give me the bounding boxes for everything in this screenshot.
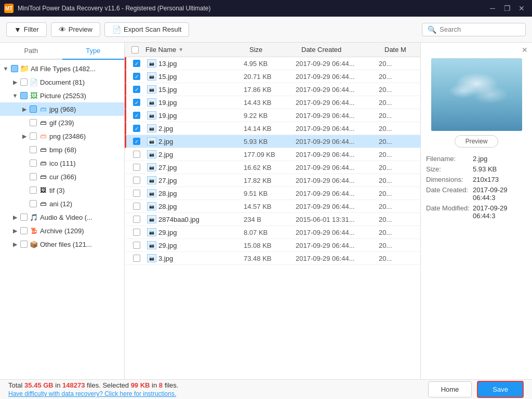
file-row[interactable]: 📷 2874baa0.jpg 234 B 2015-06-01 13:31...… [125,213,420,226]
file-row[interactable]: ✓ 📷 13.jpg 4.95 KB 2017-09-29 06:44... 2… [125,57,420,70]
file-row[interactable]: 📷 28.jpg 14.57 KB 2017-09-29 06:44... 20… [125,200,420,213]
tree-item-ico[interactable]: 🗃 ico (111) [0,156,124,170]
file-row[interactable]: ✓ 📷 19.jpg 9.22 KB 2017-09-29 06:44... 2… [125,109,420,122]
checkbox-audio[interactable] [20,214,28,221]
tree-item-doc[interactable]: ▶ 📄 Document (81) [0,75,124,89]
row-check-icon[interactable]: ✓ [133,60,140,67]
file-row[interactable]: ✓ 📷 2.jpg 5.93 KB 2017-09-29 06:44... 20… [125,135,420,148]
file-row-checkbox[interactable] [126,151,147,158]
expand-icon-pic[interactable]: ▼ [11,92,19,99]
file-row-checkbox[interactable] [126,216,147,223]
file-row-checkbox[interactable] [126,242,147,249]
checkbox-jpg[interactable] [30,105,37,113]
file-row[interactable]: ✓ 📷 19.jpg 14.43 KB 2017-09-29 06:44... … [125,96,420,109]
file-row-checkbox[interactable] [126,255,147,262]
tab-path[interactable]: Path [0,43,62,60]
checkbox-other[interactable] [20,241,28,248]
checkbox-all[interactable] [11,65,18,72]
help-link[interactable]: Have difficulty with data recovery? Clic… [8,390,178,397]
tree-item-bmp[interactable]: 🗃 bmp (68) [0,143,124,156]
checkbox-ani[interactable] [30,200,37,207]
expand-icon-other[interactable]: ▶ [11,241,19,248]
file-row[interactable]: 📷 3.jpg 73.48 KB 2017-09-29 06:44... 20.… [125,252,420,265]
file-row[interactable]: ✓ 📷 15.jpg 20.71 KB 2017-09-29 06:44... … [125,70,420,83]
file-row[interactable]: 📷 2.jpg 177.09 KB 2017-09-29 06:44... 20… [125,148,420,161]
checkbox-cur[interactable] [30,173,37,180]
file-row-checkbox[interactable] [126,229,147,236]
tree-item-ani[interactable]: 🗃 ani (12) [0,197,124,210]
expand-icon-audio[interactable]: ▶ [11,214,19,221]
expand-icon-archive[interactable]: ▶ [11,227,19,234]
file-row-checkbox[interactable] [126,164,147,171]
header-created[interactable]: Date Created [301,46,384,54]
row-check-icon[interactable] [133,164,140,171]
row-check-icon[interactable]: ✓ [133,73,140,80]
minimize-button[interactable]: ─ [486,2,499,15]
row-check-icon[interactable] [133,190,140,197]
checkbox-doc[interactable] [20,78,28,86]
checkbox-pic[interactable] [20,92,28,99]
row-check-icon[interactable] [133,151,140,158]
file-row[interactable]: 📷 27.jpg 17.82 KB 2017-09-29 06:44... 20… [125,174,420,187]
header-filename[interactable]: File Name ▼ [145,46,249,54]
tree-item-png[interactable]: ▶ 🗃 png (23486) [0,129,124,143]
export-button[interactable]: 📄 Export Scan Result [104,22,189,37]
preview-button[interactable]: 👁 Preview [51,22,100,37]
row-check-icon[interactable] [133,229,140,236]
tree-item-jpg[interactable]: ▶ 🗃 jpg (968) [0,102,124,116]
home-button[interactable]: Home [428,381,472,397]
tree-item-archive[interactable]: ▶ 🗜 Archive (1209) [0,224,124,237]
checkbox-archive[interactable] [20,227,28,234]
file-row[interactable]: ✓ 📷 15.jpg 17.86 KB 2017-09-29 06:44... … [125,83,420,96]
expand-icon-all[interactable]: ▼ [2,65,9,72]
row-check-icon[interactable]: ✓ [133,99,140,106]
search-input[interactable] [440,25,520,33]
file-row-checkbox[interactable]: ✓ [126,73,147,80]
row-check-icon[interactable] [133,177,140,184]
checkbox-bmp[interactable] [30,146,37,153]
save-button[interactable]: Save [477,381,524,398]
file-row[interactable]: 📷 27.jpg 16.62 KB 2017-09-29 06:44... 20… [125,161,420,174]
file-row-checkbox[interactable] [126,190,147,197]
row-check-icon[interactable] [133,216,140,223]
row-check-icon[interactable] [133,255,140,262]
file-row-checkbox[interactable]: ✓ [126,99,147,106]
row-check-icon[interactable]: ✓ [133,86,140,93]
checkbox-png[interactable] [30,132,37,140]
file-row-checkbox[interactable]: ✓ [126,138,147,145]
tab-type[interactable]: Type [62,43,125,60]
row-check-icon[interactable]: ✓ [133,125,140,132]
checkbox-ico[interactable] [30,159,37,167]
tree-item-cur[interactable]: 🗃 cur (366) [0,170,124,183]
tree-item-other[interactable]: ▶ 📦 Other files (121... [0,237,124,251]
checkbox-gif[interactable] [30,119,37,126]
tree-item-all[interactable]: ▼ 📁 All File Types (1482... [0,62,124,75]
header-size[interactable]: Size [249,46,301,54]
tree-item-tif[interactable]: 🖼 tif (3) [0,183,124,197]
row-check-icon[interactable]: ✓ [133,138,140,145]
file-row-checkbox[interactable]: ✓ [126,86,147,93]
file-row-checkbox[interactable]: ✓ [126,112,147,119]
file-row[interactable]: 📷 29.jpg 8.07 KB 2017-09-29 06:44... 20.… [125,226,420,239]
tree-item-audio[interactable]: ▶ 🎵 Audio & Video (... [0,210,124,224]
file-row[interactable]: 📷 28.jpg 9.51 KB 2017-09-29 06:44... 20.… [125,187,420,200]
filter-button[interactable]: ▼ Filter [6,22,47,37]
row-check-icon[interactable] [133,203,140,210]
checkbox-tif[interactable] [30,187,37,194]
file-row-checkbox[interactable] [126,177,147,184]
file-row[interactable]: ✓ 📷 2.jpg 14.14 KB 2017-09-29 06:44... 2… [125,122,420,135]
expand-icon-doc[interactable]: ▶ [11,78,19,86]
select-all-checkbox[interactable] [131,46,139,54]
sort-icon[interactable]: ▼ [178,47,183,52]
expand-icon-png[interactable]: ▶ [21,132,28,140]
close-preview-button[interactable]: ✕ [522,46,528,54]
file-row[interactable]: 📷 29.jpg 15.08 KB 2017-09-29 06:44... 20… [125,239,420,252]
preview-action-button[interactable]: Preview [455,135,499,148]
row-check-icon[interactable] [133,242,140,249]
header-modified[interactable]: Date M [384,46,420,54]
file-row-checkbox[interactable]: ✓ [126,125,147,132]
file-row-checkbox[interactable]: ✓ [126,60,147,67]
close-button[interactable]: ✕ [515,2,528,15]
restore-button[interactable]: ❐ [501,2,513,15]
file-row-checkbox[interactable] [126,203,147,210]
